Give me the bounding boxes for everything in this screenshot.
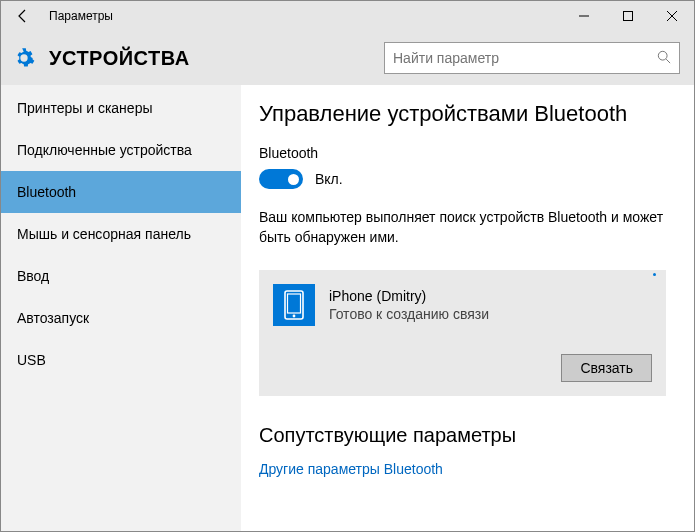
toggle-label: Bluetooth: [259, 145, 666, 161]
sidebar-item-connected-devices[interactable]: Подключенные устройства: [1, 129, 241, 171]
device-card[interactable]: iPhone (Dmitry) Готово к созданию связи …: [259, 270, 666, 396]
sidebar: Принтеры и сканеры Подключенные устройст…: [1, 85, 241, 532]
search-input[interactable]: [393, 50, 657, 66]
svg-rect-7: [288, 294, 301, 313]
svg-point-8: [293, 314, 296, 317]
sidebar-item-autoplay[interactable]: Автозапуск: [1, 297, 241, 339]
sidebar-item-bluetooth[interactable]: Bluetooth: [1, 171, 241, 213]
svg-point-4: [658, 51, 667, 60]
related-heading: Сопутствующие параметры: [259, 424, 666, 447]
description-text: Ваш компьютер выполняет поиск устройств …: [259, 207, 666, 248]
gear-icon: [13, 47, 35, 69]
section-title: УСТРОЙСТВА: [49, 47, 384, 70]
device-status: Готово к созданию связи: [329, 306, 489, 322]
pair-button[interactable]: Связать: [561, 354, 652, 382]
maximize-button[interactable]: [606, 1, 650, 31]
device-name: iPhone (Dmitry): [329, 288, 489, 304]
titlebar: Параметры: [1, 1, 694, 31]
sidebar-item-mouse[interactable]: Мышь и сенсорная панель: [1, 213, 241, 255]
sidebar-item-input[interactable]: Ввод: [1, 255, 241, 297]
related-link[interactable]: Другие параметры Bluetooth: [259, 461, 666, 477]
search-box[interactable]: [384, 42, 680, 74]
page-title: Управление устройствами Bluetooth: [259, 101, 666, 127]
search-icon: [657, 50, 671, 67]
minimize-button[interactable]: [562, 1, 606, 31]
svg-line-5: [666, 59, 670, 63]
sidebar-item-usb[interactable]: USB: [1, 339, 241, 381]
close-button[interactable]: [650, 1, 694, 31]
toggle-state: Вкл.: [315, 171, 343, 187]
spinner-icon: [653, 273, 656, 276]
content: Управление устройствами Bluetooth Blueto…: [241, 85, 694, 532]
header: УСТРОЙСТВА: [1, 31, 694, 85]
window-title: Параметры: [45, 9, 562, 23]
sidebar-item-printers[interactable]: Принтеры и сканеры: [1, 87, 241, 129]
phone-icon: [273, 284, 315, 326]
bluetooth-toggle[interactable]: [259, 169, 303, 189]
svg-rect-1: [624, 12, 633, 21]
back-button[interactable]: [1, 1, 45, 31]
toggle-knob: [288, 174, 299, 185]
